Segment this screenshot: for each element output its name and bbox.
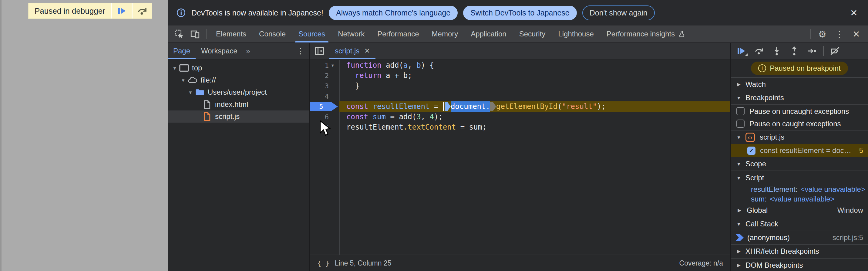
expanded-arrow-icon: ▼	[735, 221, 742, 227]
scope-group-script[interactable]: ▼ Script	[731, 171, 868, 184]
step-into-marker-icon[interactable]	[490, 102, 496, 111]
tab-workspace[interactable]: Workspace	[196, 43, 243, 59]
gutter-line-3[interactable]: 3	[310, 81, 339, 91]
close-tab-icon[interactable]: ✕	[364, 47, 370, 55]
paused-in-debugger-overlay: Paused in debugger	[28, 3, 152, 19]
script-file-icon	[202, 112, 213, 121]
step-button[interactable]	[803, 43, 821, 59]
step-into-marker-icon[interactable]	[445, 102, 451, 111]
expand-arrow-icon[interactable]: ▼	[171, 65, 179, 71]
code-line-1[interactable]: 1▼ function add(a, b) {	[310, 60, 730, 70]
resume-script-execution-button[interactable]	[733, 43, 750, 59]
navigator-kebab-icon[interactable]: ⋮	[292, 47, 309, 56]
gutter-line-6[interactable]: 6	[310, 112, 339, 122]
debugger-toolbar	[731, 43, 868, 59]
expand-arrow-icon[interactable]: ▼	[179, 78, 187, 83]
resume-script-button[interactable]	[112, 3, 132, 19]
paused-on-breakpoint-badge: i Paused on breakpoint	[751, 62, 848, 75]
step-into-next-call-button[interactable]	[768, 43, 785, 59]
section-breakpoints[interactable]: ▼ Breakpoints	[731, 91, 868, 104]
code-line-3[interactable]: 3 }	[310, 81, 730, 91]
deactivate-breakpoints-button[interactable]	[826, 43, 844, 59]
section-xhr-fetch-breakpoints[interactable]: ▶ XHR/fetch Breakpoints	[731, 245, 868, 258]
expanded-arrow-icon: ▼	[735, 135, 742, 140]
inspect-element-icon[interactable]	[172, 26, 187, 42]
tab-elements[interactable]: Elements	[210, 26, 253, 42]
section-dom-breakpoints[interactable]: ▶ DOM Breakpoints	[731, 259, 868, 271]
browser-page-background: Paused in debugger	[0, 0, 168, 271]
pretty-print-icon[interactable]: { }	[317, 260, 329, 267]
code-editor[interactable]: 1▼ function add(a, b) { 2 return a + b; …	[310, 59, 730, 254]
execution-line-marker[interactable]: 5	[310, 102, 338, 111]
gutter-line-4[interactable]: 4	[310, 91, 339, 101]
always-match-language-button[interactable]: Always match Chrome's language	[329, 6, 458, 20]
pause-uncaught-checkbox[interactable]	[736, 107, 745, 115]
code-empty-area[interactable]	[310, 132, 730, 254]
gutter-line-7[interactable]: 7	[310, 122, 339, 132]
step-over-next-call-button[interactable]	[750, 43, 768, 59]
breakpoint-file-group-script-js[interactable]: ▼ ‹› script.js	[731, 130, 868, 144]
step-over-icon	[137, 5, 148, 17]
more-options-kebab-icon[interactable]: ⋮	[831, 29, 848, 39]
devtools-screenshot: Paused in debugger DevTools is now avail…	[0, 0, 868, 271]
pause-on-caught-exceptions-row[interactable]: Pause on caught exceptions	[731, 117, 868, 130]
section-watch[interactable]: ▶ Watch	[731, 78, 868, 91]
tree-item-project-folder[interactable]: ▼ Users/user/project	[168, 86, 309, 98]
devtools-close-icon[interactable]: ✕	[848, 29, 864, 39]
pause-on-uncaught-exceptions-row[interactable]: Pause on uncaught exceptions	[731, 105, 868, 117]
tab-page[interactable]: Page	[168, 43, 196, 59]
highlighted-token-document[interactable]: document.	[451, 101, 490, 112]
tab-application[interactable]: Application	[464, 26, 513, 42]
long-resume-dropdown-icon	[745, 53, 748, 56]
gutter-line-1[interactable]: 1▼	[310, 60, 339, 70]
breakpoint-entry-line-5[interactable]: ✓ const resultElement = doc… 5	[731, 144, 868, 157]
tab-sources[interactable]: Sources	[292, 26, 332, 42]
editor-header: script.js ✕	[310, 43, 730, 59]
tab-security[interactable]: Security	[513, 26, 552, 42]
tree-item-top[interactable]: ▼ top	[168, 62, 309, 74]
section-scope[interactable]: ▼ Scope	[731, 157, 868, 171]
tab-performance[interactable]: Performance	[371, 26, 425, 42]
switch-devtools-japanese-button[interactable]: Switch DevTools to Japanese	[463, 6, 577, 20]
tree-item-script-js[interactable]: script.js	[168, 111, 309, 123]
gutter-line-5-breakpoint[interactable]: 5	[310, 101, 339, 112]
resume-icon	[117, 6, 127, 16]
pause-caught-checkbox[interactable]	[736, 120, 745, 128]
scope-variable-sum: sum:<value unavailable>	[731, 194, 868, 204]
tab-performance-insights[interactable]: Performance insights	[600, 26, 692, 42]
code-line-7[interactable]: 7 resultElement.textContent = sum;	[310, 122, 730, 132]
dont-show-again-button[interactable]: Don't show again	[582, 5, 655, 20]
expand-arrow-icon[interactable]: ▼	[187, 90, 194, 95]
expanded-arrow-icon: ▼	[735, 95, 742, 100]
scope-group-global[interactable]: ▶ Global Window	[731, 204, 868, 217]
tree-item-file-scheme[interactable]: ▼ file://	[168, 74, 309, 86]
step-over-button[interactable]	[132, 3, 152, 19]
tab-console[interactable]: Console	[253, 26, 292, 42]
current-frame-arrow-icon	[736, 234, 744, 241]
tab-network[interactable]: Network	[332, 26, 371, 42]
device-toolbar-icon[interactable]	[187, 26, 203, 42]
section-call-stack[interactable]: ▼ Call Stack	[731, 217, 868, 231]
breakpoint-enabled-checkbox[interactable]: ✓	[747, 147, 755, 155]
editor-tab-script-js[interactable]: script.js ✕	[329, 43, 376, 59]
settings-gear-icon[interactable]: ⚙	[814, 29, 831, 39]
tab-lighthouse[interactable]: Lighthouse	[552, 26, 600, 42]
code-line-6[interactable]: 6 const sum = add(3, 4);	[310, 112, 730, 122]
collapse-sidebar-icon[interactable]	[310, 43, 329, 59]
code-line-4[interactable]: 4	[310, 91, 730, 101]
call-stack-frame-anonymous[interactable]: (anonymous) script.js:5	[731, 231, 868, 244]
code-line-2[interactable]: 2 return a + b;	[310, 70, 730, 81]
global-value-label: Window	[837, 206, 863, 215]
tab-memory[interactable]: Memory	[426, 26, 465, 42]
infobar-close-icon[interactable]: ✕	[848, 8, 860, 18]
more-tabs-icon[interactable]: »	[243, 47, 253, 56]
collapsed-arrow-icon: ▶	[735, 248, 742, 254]
toolbar-separator	[206, 29, 207, 39]
fold-arrow-icon[interactable]: ▼	[329, 63, 337, 68]
code-line-5-paused[interactable]: 5 const resultElement = document.getElem…	[310, 101, 730, 112]
breakpoint-line-number: 5	[859, 146, 863, 155]
step-out-of-current-function-button[interactable]	[785, 43, 803, 59]
frame-icon	[179, 64, 190, 72]
tree-item-index-html[interactable]: index.html	[168, 98, 309, 111]
gutter-line-2[interactable]: 2	[310, 70, 339, 81]
